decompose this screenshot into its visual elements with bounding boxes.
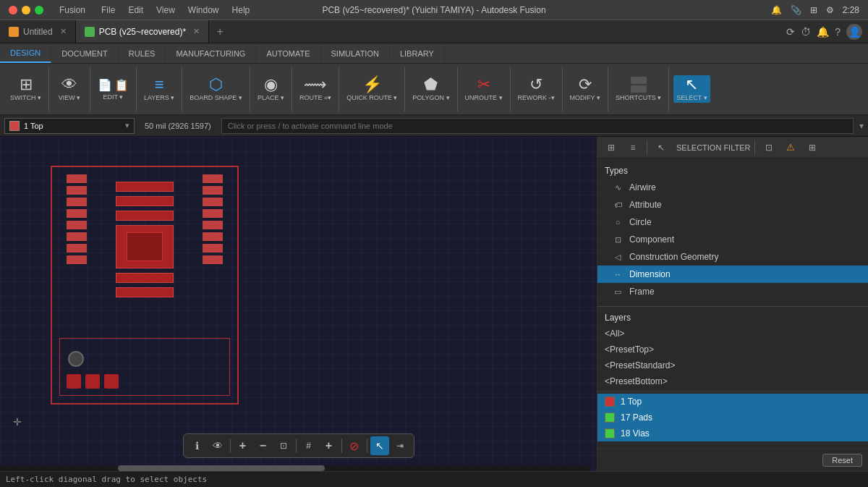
h-scrollbar-thumb[interactable]: [118, 465, 325, 471]
edit-menu[interactable]: Edit: [128, 5, 143, 15]
airwire-icon: ∿: [612, 182, 624, 193]
tab-pcb[interactable]: PCB (v25~recovered)* ✕: [76, 20, 209, 43]
panel-sep-1: [647, 141, 647, 154]
tab-action-refresh[interactable]: ⟳: [786, 26, 795, 38]
tab-icon-untitled: [9, 27, 19, 37]
layer-item-18-vias[interactable]: 18 Vias: [597, 425, 868, 441]
switch-button[interactable]: ⊞ SWITCH ▾: [7, 75, 44, 103]
layer-label-preset-bottom: <PresetBottom>: [605, 376, 668, 386]
window-menu[interactable]: Window: [188, 5, 219, 15]
paperclip-icon[interactable]: 📎: [791, 5, 801, 15]
type-item-attribute[interactable]: 🏷 Attribute: [597, 196, 868, 213]
tab-action-clock[interactable]: ⏱: [801, 26, 811, 38]
command-line-input[interactable]: [221, 118, 854, 134]
info-button[interactable]: ℹ: [188, 436, 207, 455]
select-button[interactable]: ↖ SELECT ▾: [673, 75, 710, 103]
panel-warn-button[interactable]: ⚠: [781, 140, 800, 156]
quick-route-button[interactable]: ⚡ QUICK ROUTE ▾: [344, 75, 400, 103]
minimize-button[interactable]: [22, 6, 30, 14]
pad: [203, 186, 223, 195]
tab-new-button[interactable]: +: [209, 20, 231, 43]
reset-button[interactable]: Reset: [822, 454, 862, 467]
zoom-in-button[interactable]: +: [234, 436, 252, 455]
tab-close-pcb[interactable]: ✕: [193, 27, 200, 36]
shortcuts-button[interactable]: SHORTCUTS ▾: [613, 75, 664, 103]
modify-button[interactable]: ⟳ MODIFY ▾: [567, 75, 603, 103]
type-item-airwire[interactable]: ∿ Airwire: [597, 179, 868, 196]
maximize-button[interactable]: [35, 6, 43, 14]
layer-label-all: <All>: [605, 329, 624, 339]
component-mid: [116, 196, 174, 206]
type-item-dimension[interactable]: ↔ Dimension: [597, 266, 868, 283]
layers-button[interactable]: ≡ LAYERS ▾: [141, 75, 177, 103]
file-menu[interactable]: File: [101, 5, 115, 15]
layer-item-preset-bottom[interactable]: <PresetBottom>: [597, 373, 868, 389]
stop-button[interactable]: ⊘: [345, 436, 364, 455]
panel-layers-button[interactable]: ≡: [624, 140, 642, 156]
type-item-frame[interactable]: ▭ Frame: [597, 283, 868, 300]
ribbon-tab-simulation[interactable]: SIMULATION: [321, 43, 390, 63]
type-item-circle[interactable]: ○ Circle: [597, 213, 868, 231]
tab-action-bell[interactable]: 🔔: [817, 26, 829, 38]
layer-item-preset-standard[interactable]: <PresetStandard>: [597, 357, 868, 373]
rework-button[interactable]: ↺ REWORK -▾: [515, 75, 558, 103]
layer-item-all[interactable]: <All>: [597, 326, 868, 342]
type-item-component[interactable]: ⊡ Component: [597, 231, 868, 248]
type-list: ∿ Airwire 🏷 Attribute ○ Circle ⊡: [597, 179, 868, 300]
grid-toggle-button[interactable]: #: [299, 436, 318, 455]
tab-action-avatar[interactable]: 👤: [846, 24, 862, 40]
polygon-button[interactable]: ⬟ POLYGON ▾: [409, 75, 452, 103]
ribbon-tab-manufacturing[interactable]: MANUFACTURING: [166, 43, 256, 63]
panel-arrow-button[interactable]: ↖: [652, 140, 671, 156]
panel-scroll-container[interactable]: Types ∿ Airwire 🏷 Attribute ○ Circle: [597, 158, 868, 449]
cmd-dropdown-arrow[interactable]: ▾: [859, 121, 864, 131]
layer-item-preset-top[interactable]: <PresetTop>: [597, 342, 868, 357]
canvas-area[interactable]: ✛ ℹ 👁 + − ⊡ # + ⊘ ↖ ⇥: [0, 137, 597, 471]
add-button[interactable]: +: [320, 436, 339, 455]
divider-1: [597, 306, 868, 307]
select-tool-button[interactable]: ↖: [370, 436, 389, 455]
window-controls[interactable]: Fusion File Edit View Window Help: [9, 5, 250, 15]
tab-untitled[interactable]: Untitled ✕: [0, 20, 76, 43]
close-button[interactable]: [9, 6, 17, 14]
fit-button[interactable]: ⊡: [274, 436, 293, 455]
board-shape-button[interactable]: ⬡ BOARD SHAPE ▾: [187, 75, 245, 103]
tab-close-untitled[interactable]: ✕: [60, 27, 67, 36]
view-menu[interactable]: View: [156, 5, 175, 15]
layout-icon[interactable]: ⊞: [810, 5, 817, 15]
layer-item-1-top[interactable]: 1 Top: [597, 394, 868, 410]
eye-button[interactable]: 👁: [208, 436, 227, 455]
tab-action-help[interactable]: ?: [835, 26, 841, 38]
arrow-right-button[interactable]: ⇥: [391, 436, 409, 455]
types-header: Types: [597, 163, 868, 179]
help-menu[interactable]: Help: [232, 5, 250, 15]
tool-separator-3: [341, 439, 342, 453]
type-label-construction-geometry: Construction Geometry: [629, 252, 718, 262]
layer-select[interactable]: 1 Top ▾: [4, 118, 135, 134]
unroute-button[interactable]: ✂ UNROUTE ▾: [462, 75, 506, 103]
coordinates-display: 50 mil (2926 1597): [139, 122, 217, 130]
view-button[interactable]: 👁 VIEW ▾: [54, 75, 85, 103]
panel-grid2-button[interactable]: ⊞: [803, 140, 822, 156]
board-inner-rect: [59, 338, 230, 396]
pad: [203, 221, 223, 229]
place-button[interactable]: ◉ PLACE ▾: [255, 75, 287, 103]
h-scrollbar[interactable]: [0, 465, 591, 471]
notification-icon[interactable]: 🔔: [771, 5, 782, 15]
panel-grid-button[interactable]: ⊞: [602, 140, 621, 156]
ribbon-tab-automate[interactable]: AUTOMATE: [256, 43, 320, 63]
layer-item-17-pads[interactable]: 17 Pads: [597, 410, 868, 425]
ribbon-tab-library[interactable]: LIBRARY: [390, 43, 445, 63]
panel-group-button[interactable]: ⊡: [760, 140, 778, 156]
gear-icon[interactable]: ⚙: [826, 5, 834, 15]
zoom-out-button[interactable]: −: [254, 436, 273, 455]
type-item-construction-geometry[interactable]: ◁ Construction Geometry: [597, 248, 868, 266]
ribbon-tab-document[interactable]: DOCUMENT: [51, 43, 119, 63]
select-icon: ↖: [685, 77, 698, 93]
ribbon-tab-rules[interactable]: RULES: [119, 43, 166, 63]
types-section: Types ∿ Airwire 🏷 Attribute ○ Circle: [597, 158, 868, 305]
clock: 2:28: [843, 5, 859, 15]
ribbon-tab-design[interactable]: DESIGN: [0, 43, 51, 63]
edit-button[interactable]: 📄 📋 EDIT ▾: [95, 77, 132, 102]
route-button[interactable]: ⟿ ROUTE =▾: [297, 75, 334, 103]
